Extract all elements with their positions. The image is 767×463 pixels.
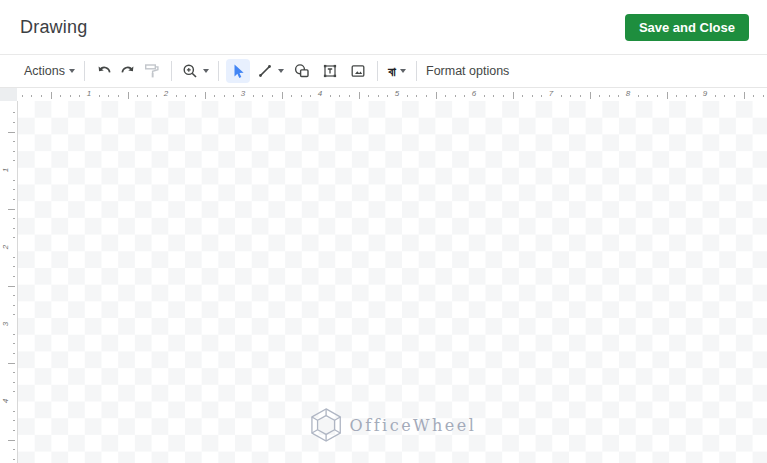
ruler-tick	[484, 95, 485, 97]
ruler-tick	[503, 95, 504, 97]
insert-image-button[interactable]	[346, 59, 370, 83]
ruler-tick	[416, 95, 417, 97]
ruler-tick	[599, 95, 600, 97]
shape-icon	[293, 62, 311, 80]
format-options-button[interactable]: Format options	[424, 59, 511, 83]
ruler-tick	[13, 343, 15, 344]
ruler-corner	[0, 88, 17, 101]
ruler-tick	[70, 95, 71, 97]
ruler-tick	[513, 92, 514, 99]
select-tool-button[interactable]	[226, 59, 250, 83]
ruler-tick	[455, 95, 456, 97]
ruler-tick	[13, 449, 15, 450]
ruler-tick	[272, 95, 273, 97]
ruler-tick	[13, 353, 15, 354]
ruler-tick	[522, 95, 523, 97]
watermark: OfficeWheel	[309, 407, 477, 443]
ruler-tick	[214, 95, 215, 97]
dialog-header: Drawing Save and Close	[0, 0, 767, 55]
ruler-tick	[426, 95, 427, 97]
ruler-tick	[657, 95, 658, 97]
text-box-icon	[321, 62, 339, 80]
ruler-tick	[79, 95, 80, 97]
page-title: Drawing	[20, 17, 87, 38]
ruler-tick	[13, 266, 15, 267]
drawing-body: 1234 OfficeWheel	[0, 101, 767, 463]
ruler-tick	[205, 92, 206, 99]
ruler-tick	[13, 382, 15, 383]
toolbar-divider	[416, 61, 417, 81]
ruler-tick	[8, 363, 15, 364]
input-tools-button[interactable]: বা	[385, 59, 409, 83]
ruler-tick	[13, 180, 15, 181]
ruler-tick	[8, 286, 15, 287]
ruler-tick	[339, 95, 340, 97]
drawing-canvas[interactable]: OfficeWheel	[18, 101, 767, 463]
zoom-button[interactable]	[179, 59, 211, 83]
chevron-down-icon	[400, 69, 406, 73]
text-box-button[interactable]	[318, 59, 342, 83]
ruler-number: 8	[626, 90, 630, 98]
ruler-tick	[13, 314, 15, 315]
ruler-number: 3	[2, 322, 10, 326]
ruler-tick	[436, 92, 437, 99]
ruler-tick	[532, 95, 533, 97]
ruler-tick	[31, 95, 32, 97]
ruler-tick	[195, 95, 196, 97]
input-tools-icon: বা	[388, 65, 396, 78]
ruler-tick	[561, 95, 562, 97]
ruler-tick	[156, 95, 157, 97]
line-icon	[256, 62, 274, 80]
ruler-tick	[51, 92, 52, 99]
select-icon	[229, 62, 247, 80]
ruler-number: 9	[703, 90, 707, 98]
ruler-number: 5	[395, 90, 399, 98]
ruler-tick	[13, 420, 15, 421]
ruler-tick	[378, 95, 379, 97]
ruler-tick	[753, 95, 754, 97]
ruler-tick	[541, 95, 542, 97]
ruler-tick	[13, 237, 15, 238]
undo-button[interactable]	[92, 59, 116, 83]
ruler-tick	[387, 95, 388, 97]
ruler-tick	[13, 411, 15, 412]
ruler-tick	[609, 95, 610, 97]
drawing-dialog: Drawing Save and Close Actions	[0, 0, 767, 463]
ruler-tick	[108, 95, 109, 97]
redo-icon	[119, 62, 137, 80]
ruler-tick	[638, 95, 639, 97]
shape-tool-button[interactable]	[290, 59, 314, 83]
toolbar-divider	[84, 61, 85, 81]
ruler-tick	[282, 92, 283, 99]
actions-menu-button[interactable]: Actions	[22, 59, 77, 83]
ruler-tick	[310, 95, 311, 97]
ruler-tick	[137, 95, 138, 97]
paint-format-icon	[143, 62, 161, 80]
image-icon	[349, 62, 367, 80]
vertical-ruler: 1234	[0, 101, 18, 463]
ruler-number: 3	[241, 90, 245, 98]
ruler-tick	[60, 95, 61, 97]
save-and-close-button[interactable]: Save and Close	[625, 14, 749, 41]
line-tool-button[interactable]	[254, 59, 286, 83]
toolbar-divider	[377, 61, 378, 81]
ruler-tick	[13, 257, 15, 258]
ruler-tick	[13, 189, 15, 190]
ruler-tick	[301, 95, 302, 97]
chevron-down-icon	[69, 69, 75, 73]
ruler-tick	[493, 95, 494, 97]
ruler-tick	[330, 95, 331, 97]
watermark-text: OfficeWheel	[350, 416, 477, 435]
ruler-number: 4	[2, 399, 10, 403]
ruler-tick	[13, 112, 15, 113]
ruler-tick	[724, 95, 725, 97]
ruler-tick	[13, 372, 15, 373]
paint-format-button[interactable]	[140, 59, 164, 83]
ruler-tick	[8, 209, 15, 210]
ruler-tick	[128, 92, 129, 99]
ruler-tick	[13, 160, 15, 161]
redo-button[interactable]	[116, 59, 140, 83]
ruler-tick	[647, 95, 648, 97]
ruler-tick	[744, 92, 745, 99]
ruler-tick	[695, 95, 696, 97]
